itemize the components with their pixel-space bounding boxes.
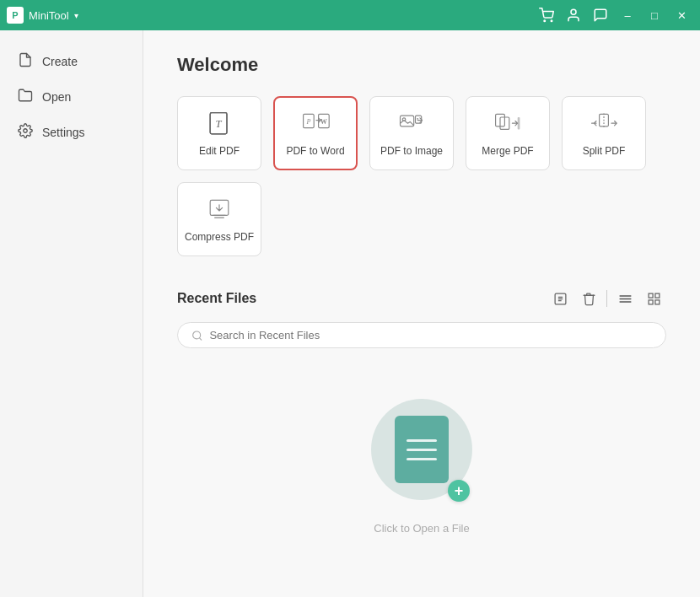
svg-text:T: T (216, 118, 223, 130)
svg-rect-29 (649, 299, 653, 304)
edit-pdf-label: Edit PDF (199, 145, 240, 157)
titlebar: P MiniTool ▾ – □ ✕ (0, 0, 700, 30)
open-label: Open (42, 90, 71, 104)
app-logo: P (7, 7, 24, 24)
main-layout: Create Open Settings Welcome (0, 30, 700, 597)
create-icon (17, 52, 34, 71)
recent-files-actions (547, 287, 666, 310)
open-icon (17, 88, 34, 106)
recent-grid-view-button[interactable] (641, 287, 666, 310)
search-input[interactable] (209, 329, 652, 342)
tool-pdf-to-word[interactable]: P W PDF to Word (273, 96, 358, 170)
tool-compress-pdf[interactable]: Compress PDF (177, 182, 261, 256)
maximize-button[interactable]: □ (643, 3, 666, 27)
titlebar-right: – □ ✕ (535, 3, 693, 27)
minimize-button[interactable]: – (616, 3, 639, 27)
search-bar[interactable] (177, 322, 666, 348)
compress-pdf-label: Compress PDF (185, 231, 254, 243)
recent-files-header: Recent Files (177, 287, 666, 310)
svg-rect-30 (654, 299, 659, 304)
doc-line-1 (407, 439, 437, 442)
empty-icon-container: + (367, 390, 477, 508)
svg-text:P: P (305, 118, 310, 126)
titlebar-dropdown-icon[interactable]: ▾ (74, 11, 78, 20)
empty-plus-icon: + (448, 480, 470, 502)
split-pdf-label: Split PDF (583, 145, 626, 157)
chat-icon[interactable] (589, 3, 612, 27)
merge-pdf-label: Merge PDF (482, 145, 533, 157)
doc-line-3 (407, 458, 437, 460)
tool-split-pdf[interactable]: Split PDF (562, 96, 646, 170)
titlebar-left: P MiniTool ▾ (7, 7, 78, 24)
recent-divider (606, 290, 607, 307)
svg-rect-27 (649, 293, 653, 298)
recent-delete-button[interactable] (576, 287, 601, 310)
empty-state[interactable]: + Click to Open a File (177, 365, 666, 560)
recent-scan-button[interactable] (547, 287, 573, 310)
svg-line-32 (199, 337, 201, 339)
pdf-to-image-label: PDF to Image (380, 145, 443, 157)
svg-point-3 (24, 129, 28, 133)
svg-text:W: W (320, 118, 327, 126)
settings-label: Settings (42, 126, 85, 139)
tool-pdf-to-image[interactable]: PDF to Image (369, 96, 454, 170)
sidebar-item-open[interactable]: Open (0, 79, 143, 115)
tool-cards: T Edit PDF P W PDF to Word (177, 96, 666, 256)
svg-point-2 (571, 9, 576, 14)
recent-list-view-button[interactable] (612, 287, 638, 310)
tool-edit-pdf[interactable]: T Edit PDF (177, 96, 261, 170)
sidebar-item-create[interactable]: Create (0, 44, 143, 79)
pdf-to-word-label: PDF to Word (286, 145, 344, 157)
recent-files-title: Recent Files (177, 291, 256, 306)
tool-merge-pdf[interactable]: Merge PDF (466, 96, 550, 170)
create-label: Create (42, 55, 78, 68)
svg-point-1 (551, 20, 552, 22)
app-title: MiniTool (29, 9, 69, 22)
empty-state-text: Click to Open a File (374, 522, 469, 535)
settings-icon (17, 123, 34, 142)
welcome-heading: Welcome (177, 54, 666, 76)
svg-point-0 (544, 20, 546, 22)
content-area: Welcome T Edit PDF P W (143, 30, 700, 597)
close-button[interactable]: ✕ (670, 3, 693, 27)
doc-line-2 (407, 449, 437, 451)
search-icon (191, 330, 202, 342)
empty-doc-icon (395, 416, 449, 483)
sidebar-item-settings[interactable]: Settings (0, 115, 143, 150)
svg-rect-28 (654, 293, 659, 298)
svg-rect-17 (518, 117, 520, 129)
user-icon[interactable] (562, 3, 585, 27)
sidebar: Create Open Settings (0, 30, 143, 597)
svg-rect-11 (401, 116, 414, 126)
cart-icon[interactable] (535, 3, 558, 27)
svg-point-14 (417, 118, 418, 120)
